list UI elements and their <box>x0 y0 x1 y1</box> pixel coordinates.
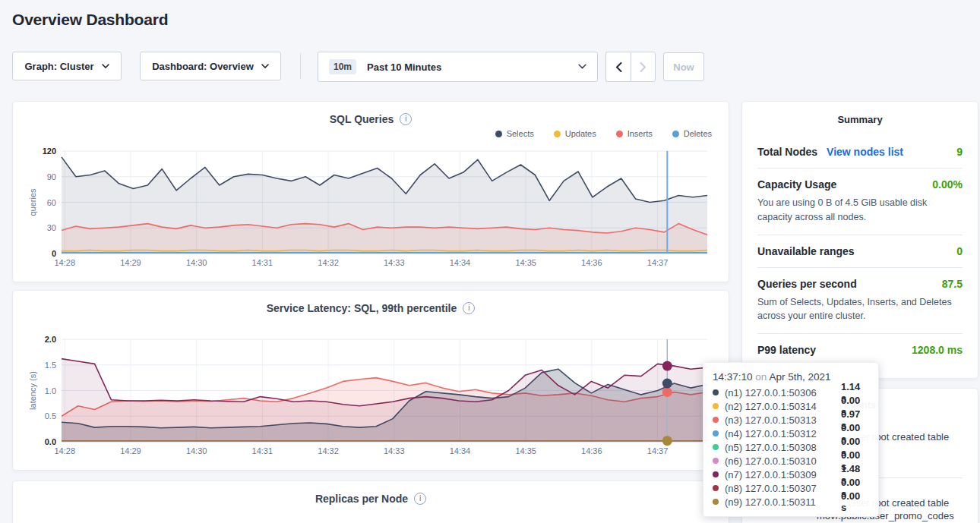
now-button[interactable]: Now <box>663 52 704 81</box>
node-color-dot <box>713 403 719 409</box>
p99-label: P99 latency <box>757 344 816 356</box>
capacity-desc: You are using 0 B of 4.5 GiB usable disk… <box>757 196 963 225</box>
node-color-dot <box>713 389 719 395</box>
latency-chart-title: Service Latency: SQL, 99th percentile <box>267 302 457 314</box>
legend-dot <box>616 131 623 137</box>
chevron-right-icon <box>640 62 646 72</box>
graph-dropdown[interactable]: Graph: Cluster <box>12 52 122 80</box>
svg-text:14:37: 14:37 <box>647 258 669 267</box>
sql-chart-title: SQL Queries <box>330 113 394 125</box>
svg-text:14:36: 14:36 <box>581 446 602 455</box>
legend-dot <box>495 131 502 137</box>
page-title: Overview Dashboard <box>12 11 168 29</box>
time-pager <box>605 52 656 82</box>
legend-dot <box>672 131 679 137</box>
node-color-dot <box>713 485 719 491</box>
sql-queries-card: SQL Queries i Selects Updates Inserts De… <box>12 101 729 282</box>
p99-value: 1208.0 ms <box>912 344 963 356</box>
svg-text:30: 30 <box>47 223 56 232</box>
node-color-dot <box>713 430 719 436</box>
svg-text:14:28: 14:28 <box>54 258 75 267</box>
chevron-down-icon <box>102 64 109 69</box>
info-icon[interactable]: i <box>414 493 426 505</box>
view-nodes-list-link[interactable]: View nodes list <box>827 146 903 158</box>
summary-total-nodes: Total Nodes View nodes list 9 <box>757 125 963 169</box>
svg-text:queries: queries <box>28 188 37 216</box>
info-icon[interactable]: i <box>463 302 475 314</box>
svg-text:14:32: 14:32 <box>318 446 339 455</box>
capacity-label: Capacity Usage <box>757 178 836 191</box>
svg-text:0.5: 0.5 <box>45 411 56 421</box>
svg-text:120: 120 <box>43 147 56 156</box>
replicas-chart-title: Replicas per Node <box>315 493 408 505</box>
legend-item-updates: Updates <box>554 129 596 138</box>
qps-value: 87.5 <box>942 278 963 290</box>
chart-hover-tooltip: 14:37:10 on Apr 5th, 2021 (n1) 127.0.0.1… <box>703 362 879 517</box>
svg-text:14:29: 14:29 <box>120 446 141 455</box>
svg-text:latency (s): latency (s) <box>28 371 37 410</box>
svg-text:14:34: 14:34 <box>450 446 471 455</box>
svg-text:1.0: 1.0 <box>45 386 56 395</box>
node-color-dot <box>713 417 719 423</box>
legend-item-deletes: Deletes <box>672 129 712 138</box>
svg-text:14:32: 14:32 <box>318 258 339 267</box>
svg-text:14:33: 14:33 <box>384 258 405 267</box>
legend-dot <box>554 131 561 137</box>
node-color-dot <box>713 444 719 450</box>
graph-dropdown-label: Graph: Cluster <box>24 61 93 72</box>
svg-text:14:37: 14:37 <box>647 446 669 455</box>
sql-legend: Selects Updates Inserts Deletes <box>25 127 712 140</box>
svg-text:60: 60 <box>47 198 56 207</box>
svg-text:14:30: 14:30 <box>186 258 207 267</box>
svg-text:14:36: 14:36 <box>581 258 602 267</box>
tooltip-row: (n9) 127.0.0.1:503110.00 s <box>713 495 868 509</box>
summary-qps: Queries per second 87.5 Sum of Selects, … <box>757 268 963 335</box>
summary-title: Summary <box>757 114 963 125</box>
svg-text:1.5: 1.5 <box>45 361 56 370</box>
svg-text:14:29: 14:29 <box>120 258 141 267</box>
controls-divider <box>300 53 301 79</box>
service-latency-chart[interactable]: 14:2814:2914:3014:3114:3214:3314:3414:35… <box>25 333 718 460</box>
svg-text:14:28: 14:28 <box>54 446 75 455</box>
controls-bar: Graph: Cluster Dashboard: Overview 10m P… <box>12 52 968 80</box>
qps-label: Queries per second <box>757 278 857 290</box>
chevron-down-icon <box>578 64 586 70</box>
total-nodes-label: Total Nodes <box>757 146 817 158</box>
time-range-dropdown[interactable]: 10m Past 10 Minutes <box>318 52 598 82</box>
unavailable-ranges-label: Unavailable ranges <box>757 245 855 257</box>
svg-text:14:34: 14:34 <box>450 258 471 267</box>
summary-p99: P99 latency 1208.0 ms <box>757 334 963 366</box>
node-color-dot <box>713 458 719 464</box>
svg-text:14:33: 14:33 <box>384 446 405 455</box>
info-icon[interactable]: i <box>400 113 412 125</box>
sql-queries-chart[interactable]: 14:2814:2914:3014:3114:3214:3314:3414:35… <box>25 145 718 272</box>
legend-item-inserts: Inserts <box>616 129 653 138</box>
svg-text:90: 90 <box>47 172 56 181</box>
qps-desc: Sum of Selects, Updates, Inserts, and De… <box>757 295 963 324</box>
summary-capacity: Capacity Usage 0.00% You are using 0 B o… <box>757 169 963 235</box>
service-latency-card: Service Latency: SQL, 99th percentile i … <box>12 290 729 471</box>
svg-text:14:31: 14:31 <box>252 446 273 455</box>
svg-text:2.0: 2.0 <box>45 335 56 344</box>
node-color-dot <box>713 471 719 477</box>
dashboard-dropdown[interactable]: Dashboard: Overview <box>140 52 281 80</box>
svg-text:14:30: 14:30 <box>186 446 207 455</box>
svg-text:14:35: 14:35 <box>515 446 536 455</box>
total-nodes-value: 9 <box>956 146 963 158</box>
capacity-value: 0.00% <box>932 178 963 191</box>
chevron-left-icon <box>615 62 622 72</box>
node-color-dot <box>713 499 719 505</box>
time-range-label: Past 10 Minutes <box>367 61 441 73</box>
unavailable-ranges-value: 0 <box>956 245 963 257</box>
time-prev-button[interactable] <box>605 52 631 82</box>
summary-panel: Summary Total Nodes View nodes list 9 Ca… <box>741 101 978 379</box>
chevron-down-icon <box>261 64 269 69</box>
time-next-button[interactable] <box>631 52 656 82</box>
replicas-card: Replicas per Node i <box>12 480 729 523</box>
legend-item-selects: Selects <box>495 129 534 138</box>
time-range-badge: 10m <box>329 59 356 74</box>
svg-text:0: 0 <box>52 249 56 258</box>
dashboard-dropdown-label: Dashboard: Overview <box>152 61 254 72</box>
svg-text:14:31: 14:31 <box>252 258 273 267</box>
summary-unavailable-ranges: Unavailable ranges 0 <box>757 235 963 268</box>
